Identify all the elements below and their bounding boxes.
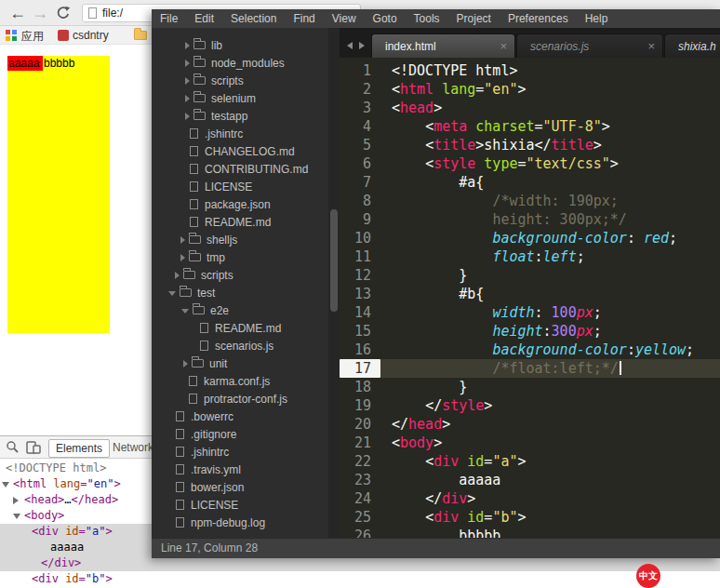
sidebar-item-CONTRIBUTING.md[interactable]: CONTRIBUTING.md [152, 160, 328, 178]
code-line-1[interactable]: <!DOCTYPE html> [380, 61, 720, 80]
code-line-2[interactable]: <html lang="en"> [380, 80, 720, 99]
sidebar-item-README.md[interactable]: README.md [152, 213, 328, 231]
chevron-right-icon[interactable] [180, 254, 185, 261]
bookmark-csdntry[interactable]: csdntry [73, 29, 109, 42]
apps-grid-icon[interactable] [6, 30, 17, 41]
sidebar-item-.jshintrc[interactable]: .jshintrc [152, 443, 328, 461]
line-number-13[interactable]: 13 [340, 285, 380, 303]
line-number-7[interactable]: 7 [340, 173, 380, 192]
sidebar-item-unit[interactable]: unit [152, 354, 328, 372]
line-number-26[interactable]: 26 [340, 527, 380, 538]
code-line-8[interactable]: /*width: 190px; [380, 192, 720, 210]
code-line-10[interactable]: background-color: red; [380, 229, 720, 247]
sidebar-item-.bowerrc[interactable]: .bowerrc [152, 408, 328, 425]
code-line-18[interactable]: } [380, 378, 720, 396]
line-number-20[interactable]: 20 [340, 415, 380, 434]
refresh-icon[interactable] [56, 6, 71, 24]
code-line-6[interactable]: <style type="text/css"> [380, 154, 720, 173]
chevron-right-icon[interactable] [180, 236, 185, 244]
line-number-9[interactable]: 9 [340, 210, 380, 229]
code-line-13[interactable]: #b{ [380, 285, 720, 303]
tab-scroll-left-icon[interactable] [347, 42, 353, 49]
sidebar-item-test[interactable]: test [152, 284, 328, 301]
line-number-11[interactable]: 11 [340, 247, 380, 266]
sidebar-item-CHANGELOG.md[interactable]: CHANGELOG.md [152, 142, 328, 160]
menu-help[interactable]: Help [577, 9, 617, 28]
sidebar-item-selenium[interactable]: selenium [152, 89, 328, 107]
sidebar-item-scripts[interactable]: scripts [152, 72, 328, 89]
line-number-1[interactable]: 1 [340, 61, 380, 80]
code-editor[interactable]: 1234567891011121314151617181920212223242… [340, 58, 720, 538]
line-number-24[interactable]: 24 [340, 489, 380, 508]
sidebar-item-npm-debug.log[interactable]: npm-debug.log [152, 514, 328, 531]
sidebar-item-LICENSE[interactable]: LICENSE [152, 178, 328, 195]
menu-edit[interactable]: Edit [186, 9, 222, 28]
menu-tools[interactable]: Tools [406, 9, 448, 28]
menu-goto[interactable]: Goto [365, 9, 406, 28]
menu-find[interactable]: Find [285, 9, 323, 28]
menu-preferences[interactable]: Preferences [500, 9, 577, 28]
sidebar-item-scripts[interactable]: scripts [152, 266, 328, 284]
line-number-6[interactable]: 6 [340, 154, 380, 173]
sidebar-item-lib[interactable]: lib [152, 36, 328, 54]
expander-down-icon[interactable] [2, 482, 9, 488]
sidebar-item-README.md[interactable]: README.md [152, 319, 328, 337]
line-number-3[interactable]: 3 [340, 99, 380, 117]
code-line-23[interactable]: aaaaa [380, 471, 720, 489]
line-number-18[interactable]: 18 [340, 378, 380, 396]
code-line-15[interactable]: height:300px; [380, 322, 720, 341]
sidebar-item-node_modules[interactable]: node_modules [152, 54, 328, 72]
code-line-12[interactable]: } [380, 266, 720, 285]
line-number-8[interactable]: 8 [340, 192, 380, 210]
sidebar-item-.gitignore[interactable]: .gitignore [152, 425, 328, 443]
code-line-19[interactable]: </style> [380, 396, 720, 415]
sidebar-item-tmp[interactable]: tmp [152, 248, 328, 266]
menu-file[interactable]: File [152, 9, 186, 28]
back-icon[interactable]: ← [7, 1, 28, 25]
code-area[interactable]: <!DOCTYPE html><html lang="en"><head> <m… [380, 58, 720, 538]
sidebar-item-bower.json[interactable]: bower.json [152, 478, 328, 496]
devtools-tree-row-7[interactable]: <div id="b"> [0, 571, 720, 587]
line-number-15[interactable]: 15 [340, 322, 380, 341]
line-number-10[interactable]: 10 [340, 229, 380, 247]
inspect-magnifier-icon[interactable] [6, 440, 20, 458]
sidebar-item-LICENSE[interactable]: LICENSE [152, 496, 328, 514]
tab-index.html[interactable]: index.html× [371, 33, 515, 58]
chevron-right-icon[interactable] [185, 60, 190, 67]
sidebar-item-shelljs[interactable]: shelljs [152, 231, 328, 248]
code-line-26[interactable]: bbbbb [380, 527, 720, 538]
apps-label[interactable]: 应用 [21, 29, 44, 45]
tab-close-icon[interactable]: × [647, 39, 655, 53]
chevron-right-icon[interactable] [183, 360, 188, 368]
sidebar-scrollbar[interactable] [328, 28, 340, 538]
tab-shixia.h[interactable]: shixia.h [664, 33, 720, 58]
device-mode-icon[interactable] [26, 441, 41, 458]
expander-right-icon[interactable] [13, 497, 19, 504]
code-line-14[interactable]: width: 100px; [380, 303, 720, 322]
chevron-right-icon[interactable] [185, 42, 190, 49]
line-number-25[interactable]: 25 [340, 508, 380, 527]
line-number-12[interactable]: 12 [340, 266, 380, 285]
code-line-11[interactable]: float:left; [380, 247, 720, 266]
sidebar-item-testapp[interactable]: testapp [152, 107, 328, 125]
tab-scenarios.js[interactable]: scenarios.js× [516, 33, 663, 58]
expander-down-icon[interactable] [13, 514, 20, 519]
sidebar-item-protractor-conf.js[interactable]: protractor-conf.js [152, 390, 328, 408]
code-line-20[interactable]: </head> [380, 415, 720, 434]
line-number-21[interactable]: 21 [340, 434, 380, 452]
bookmark-folder-icon[interactable] [134, 31, 147, 40]
line-number-16[interactable]: 16 [340, 341, 380, 359]
chevron-down-icon[interactable] [168, 291, 176, 296]
code-line-21[interactable]: <body> [380, 434, 720, 452]
chevron-right-icon[interactable] [185, 113, 190, 120]
menu-project[interactable]: Project [448, 9, 500, 28]
menu-selection[interactable]: Selection [222, 9, 285, 28]
line-number-2[interactable]: 2 [340, 80, 380, 99]
devtools-tab-elements[interactable]: Elements [48, 439, 110, 458]
line-number-17[interactable]: 17 [340, 359, 380, 378]
chevron-right-icon[interactable] [185, 77, 190, 85]
code-line-4[interactable]: <meta charset="UTF-8"> [380, 117, 720, 136]
sidebar-item-.travis.yml[interactable]: .travis.yml [152, 461, 328, 478]
line-number-14[interactable]: 14 [340, 303, 380, 322]
menu-view[interactable]: View [324, 9, 365, 28]
